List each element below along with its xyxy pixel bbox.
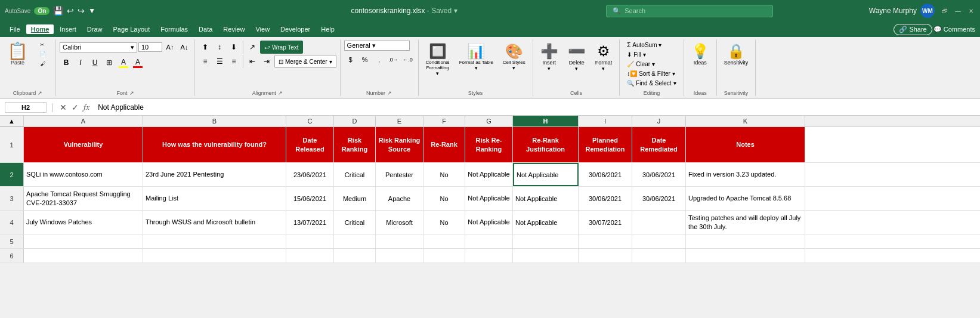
cell-a6[interactable] <box>24 249 143 263</box>
close-button[interactable]: ✕ <box>967 7 975 15</box>
sort-filter-button[interactable]: ↕🔽 Sort & Filter ▾ <box>623 69 679 78</box>
find-select-button[interactable]: 🔍 Find & Select ▾ <box>623 79 679 88</box>
cell-a2[interactable]: SQLi in www.contoso.com <box>24 163 143 186</box>
share-button[interactable]: 🔗 Share <box>894 24 932 35</box>
bold-button[interactable]: B <box>60 56 73 69</box>
cell-g2[interactable]: Not Applicable <box>465 163 513 186</box>
decrease-decimal-button[interactable]: .0→ <box>387 53 400 66</box>
delete-button[interactable]: ➖ Delete ▾ <box>564 41 589 74</box>
row-header-5[interactable]: 5 <box>0 234 24 248</box>
cell-k5[interactable] <box>686 234 805 248</box>
cell-j3[interactable]: 30/06/2021 <box>632 187 686 210</box>
cell-b2[interactable]: 23rd June 2021 Pentesting <box>143 163 286 186</box>
cell-j6[interactable] <box>632 249 686 263</box>
cell-a5[interactable] <box>24 234 143 248</box>
col-header-a[interactable]: A <box>24 116 143 126</box>
menu-help[interactable]: Help <box>316 24 339 34</box>
cell-k4[interactable]: Testing patches and will deploy all July… <box>686 211 805 234</box>
font-decrease-button[interactable]: A↓ <box>178 41 191 54</box>
cell-c2[interactable]: 23/06/2021 <box>286 163 334 186</box>
row-header-4[interactable]: 4 <box>0 211 24 234</box>
format-painter-button[interactable]: 🖌 <box>33 60 52 68</box>
col-header-d[interactable]: D <box>334 116 376 126</box>
row-header-2[interactable]: 2 <box>0 163 24 186</box>
menu-file[interactable]: File <box>5 24 25 34</box>
format-button[interactable]: ⚙ Format ▾ <box>592 41 616 74</box>
col-header-e[interactable]: E <box>376 116 423 126</box>
row-header-6[interactable]: 6 <box>0 249 24 263</box>
menu-insert[interactable]: Insert <box>55 24 81 34</box>
cell-b1[interactable]: How was the vulnerability found? <box>143 127 286 162</box>
col-header-k[interactable]: K <box>686 116 805 126</box>
cell-b4[interactable]: Through WSUS and Microsoft bulletin <box>143 211 286 234</box>
cell-b6[interactable] <box>143 249 286 263</box>
menu-developer[interactable]: Developer <box>276 24 315 34</box>
cell-g3[interactable]: Not Applicable <box>465 187 513 210</box>
cut-button[interactable]: ✂ <box>33 41 52 49</box>
cell-j5[interactable] <box>632 234 686 248</box>
number-format-dropdown[interactable]: General ▾ <box>344 41 410 51</box>
number-expand-icon[interactable]: ↗ <box>387 90 392 96</box>
cell-d3[interactable]: Medium <box>334 187 376 210</box>
font-color-button[interactable]: A <box>131 57 144 69</box>
row-header-3[interactable]: 3 <box>0 187 24 210</box>
cell-d6[interactable] <box>334 249 376 263</box>
font-size-dropdown[interactable]: 10 <box>138 42 162 52</box>
search-input[interactable] <box>625 7 766 14</box>
insert-function-button[interactable]: 𝑓𝑥 <box>82 101 91 113</box>
cell-i1[interactable]: Planned Remediation <box>579 127 632 162</box>
col-header-b[interactable]: B <box>143 116 286 126</box>
restore-down-button[interactable]: 🗗 <box>941 7 949 15</box>
font-dropdown[interactable]: Calibri ▾ <box>60 42 137 53</box>
decrease-indent-button[interactable]: ⇤ <box>246 55 259 68</box>
search-box[interactable]: 🔍 <box>606 5 773 17</box>
cell-h2[interactable]: Not Applicable <box>513 163 579 186</box>
cell-c6[interactable] <box>286 249 334 263</box>
select-all-button[interactable]: ▲ <box>0 116 24 126</box>
cell-e3[interactable]: Apache <box>376 187 423 210</box>
center-align-button[interactable]: ☰ <box>213 55 226 68</box>
name-box[interactable] <box>5 102 47 113</box>
increase-decimal-button[interactable]: ←.0 <box>401 53 415 66</box>
insert-button[interactable]: ➕ Insert ▾ <box>537 41 562 74</box>
user-avatar[interactable]: WM <box>920 4 935 18</box>
menu-page-layout[interactable]: Page Layout <box>108 24 154 34</box>
fill-color-button[interactable]: A <box>117 57 130 69</box>
currency-button[interactable]: $ <box>344 53 357 66</box>
menu-home[interactable]: Home <box>26 24 54 34</box>
cell-i5[interactable] <box>579 234 632 248</box>
col-header-g[interactable]: G <box>465 116 513 126</box>
menu-review[interactable]: Review <box>218 24 249 34</box>
cell-c4[interactable]: 13/07/2021 <box>286 211 334 234</box>
menu-data[interactable]: Data <box>194 24 217 34</box>
col-header-c[interactable]: C <box>286 116 334 126</box>
cell-c5[interactable] <box>286 234 334 248</box>
cell-i3[interactable]: 30/06/2021 <box>579 187 632 210</box>
cell-j1[interactable]: Date Remediated <box>632 127 686 162</box>
cell-h6[interactable] <box>513 249 579 263</box>
col-header-f[interactable]: F <box>423 116 465 126</box>
clear-button[interactable]: 🧹 Clear ▾ <box>623 60 659 69</box>
copy-button[interactable]: 📄 <box>33 50 52 58</box>
middle-align-button[interactable]: ↕ <box>213 41 226 54</box>
cell-e5[interactable] <box>376 234 423 248</box>
sensitivity-button[interactable]: 🔒 Sensitivity <box>721 41 752 68</box>
col-header-i[interactable]: I <box>579 116 632 126</box>
autosave-toggle[interactable]: On <box>34 7 50 15</box>
font-expand-icon[interactable]: ↗ <box>129 90 134 96</box>
cell-j2[interactable]: 30/06/2021 <box>632 163 686 186</box>
formula-input[interactable] <box>95 103 975 112</box>
cell-e6[interactable] <box>376 249 423 263</box>
cell-f3[interactable]: No <box>423 187 465 210</box>
undo-icon[interactable]: ↩ <box>67 6 74 16</box>
col-header-h[interactable]: H <box>513 116 579 126</box>
cell-f1[interactable]: Re-Rank <box>423 127 465 162</box>
cell-b3[interactable]: Mailing List <box>143 187 286 210</box>
dropdown-arrow[interactable]: ▾ <box>454 7 457 15</box>
autosum-button[interactable]: Σ AutoSum ▾ <box>623 41 665 50</box>
redo-icon[interactable]: ↪ <box>78 6 85 16</box>
format-table-button[interactable]: 📊 Format as Table ▾ <box>456 41 497 73</box>
customize-icon[interactable]: ▼ <box>88 7 95 15</box>
underline-button[interactable]: U <box>88 56 101 69</box>
clipboard-expand-icon[interactable]: ↗ <box>38 90 42 96</box>
